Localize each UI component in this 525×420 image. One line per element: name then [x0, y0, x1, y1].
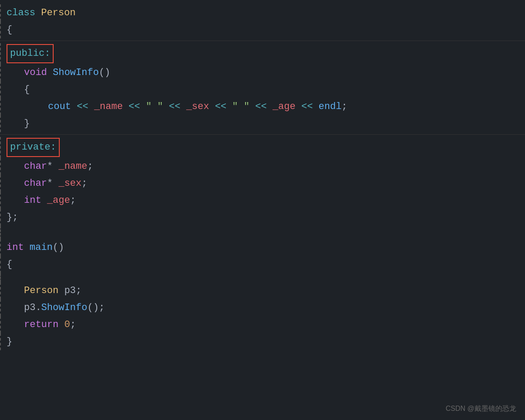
- code-text: int main(): [0, 240, 64, 255]
- code-text: class Person: [0, 5, 75, 20]
- separator: [0, 134, 525, 135]
- keyword-public: public:: [10, 48, 50, 59]
- line-open-brace-3: {: [0, 256, 525, 273]
- code-text: {: [0, 82, 30, 97]
- keyword-return: return: [24, 319, 58, 330]
- operator: <<: [301, 101, 313, 112]
- keyword-int: int: [24, 195, 41, 206]
- dashed-border: [0, 256, 1, 273]
- string: " ": [146, 101, 163, 112]
- line-void-show: void ShowInfo(): [0, 64, 525, 81]
- dashed-border: [0, 273, 1, 282]
- asterisk: *: [47, 161, 53, 172]
- dashed-border: [0, 316, 1, 333]
- dashed-border: [0, 43, 1, 64]
- highlight-private: private:: [7, 138, 60, 157]
- code-text: return 0;: [0, 317, 76, 332]
- keyword-char: char: [24, 161, 47, 172]
- string2: " ": [232, 101, 250, 112]
- function-name: ShowInfo: [53, 67, 99, 78]
- separator: [0, 41, 525, 41]
- blank-line-2: [0, 273, 525, 282]
- operator: <<: [129, 101, 140, 112]
- line-int-main: int main(): [0, 239, 525, 256]
- highlight-public: public:: [7, 44, 54, 63]
- dashed-border: [0, 98, 1, 115]
- code-text: {: [0, 257, 12, 272]
- code-text: Person p3;: [0, 283, 82, 298]
- line-close-brace-3: }: [0, 333, 525, 350]
- code-text: char* _name;: [0, 159, 93, 174]
- dashed-border: [0, 115, 1, 132]
- dashed-border: [0, 158, 1, 175]
- function-main: main: [30, 242, 53, 253]
- dashed-border: [0, 209, 1, 226]
- code-text: cout << _name << " " << _sex << " " << _…: [0, 99, 348, 114]
- code-text: private:: [0, 138, 60, 157]
- dashed-border: [0, 21, 1, 38]
- semicolon: ;: [70, 195, 76, 206]
- dashed-border: [0, 299, 1, 316]
- operator: <<: [255, 101, 266, 112]
- keyword-int-main: int: [7, 242, 24, 253]
- dashed-border: [0, 239, 1, 256]
- code-text: p3.ShowInfo();: [0, 300, 105, 315]
- dashed-border: [0, 226, 1, 239]
- member-name: _name: [58, 161, 87, 172]
- type-person: Person: [24, 285, 58, 296]
- keyword-void: void: [24, 67, 47, 78]
- semicolon: ;: [82, 178, 87, 189]
- parens: (): [53, 242, 64, 253]
- asterisk: *: [47, 178, 53, 189]
- line-close-semicolon: };: [0, 209, 525, 226]
- semicolon: ;: [87, 161, 93, 172]
- line-int-age: int _age;: [0, 192, 525, 209]
- line-close-brace-2: }: [0, 115, 525, 132]
- call-parens: ();: [87, 302, 105, 313]
- line-p3-show: p3.ShowInfo();: [0, 299, 525, 316]
- line-class-decl: class Person: [0, 4, 525, 21]
- var-name: _name: [94, 101, 123, 112]
- line-char-name: char* _name;: [0, 158, 525, 175]
- number-zero: 0: [64, 319, 70, 330]
- dashed-border: [0, 137, 1, 157]
- line-cout: cout << _name << " " << _sex << " " << _…: [0, 98, 525, 115]
- line-open-brace-2: {: [0, 81, 525, 98]
- operator: <<: [215, 101, 226, 112]
- var-p3: p3;: [64, 285, 82, 296]
- class-name: Person: [41, 7, 75, 18]
- line-char-sex: char* _sex;: [0, 175, 525, 192]
- dashed-border: [0, 81, 1, 98]
- code-editor: class Person { public: void ShowInfo() {…: [0, 0, 525, 355]
- dashed-border: [0, 282, 1, 299]
- code-text: }: [0, 116, 30, 131]
- code-text: {: [0, 22, 12, 38]
- line-public: public:: [0, 43, 525, 64]
- dashed-border: [0, 175, 1, 192]
- code-text: char* _sex;: [0, 176, 87, 191]
- line-person-p3: Person p3;: [0, 282, 525, 299]
- watermark: CSDN @戴墨镜的恐龙: [446, 404, 516, 413]
- method-showinfo: ShowInfo: [41, 302, 88, 313]
- dashed-border: [0, 192, 1, 209]
- code-text: }: [0, 334, 12, 349]
- parens: (): [99, 67, 110, 78]
- var-age: _age: [273, 101, 296, 112]
- member-sex: _sex: [58, 178, 82, 189]
- blank-line: [0, 226, 525, 239]
- keyword-private: private:: [10, 142, 56, 153]
- endl-keyword: endl: [319, 101, 342, 112]
- dashed-border: [0, 4, 1, 21]
- code-text: public:: [0, 44, 54, 63]
- cout-keyword: cout: [48, 101, 71, 112]
- line-private: private:: [0, 137, 525, 157]
- line-open-brace-1: {: [0, 21, 525, 38]
- member-age: _age: [47, 195, 70, 206]
- dashed-border: [0, 64, 1, 81]
- line-return: return 0;: [0, 316, 525, 333]
- keyword-class: class: [7, 7, 35, 18]
- semicolon: ;: [341, 101, 347, 112]
- code-text: int _age;: [0, 193, 76, 208]
- operator: <<: [77, 101, 88, 112]
- keyword-char: char: [24, 178, 47, 189]
